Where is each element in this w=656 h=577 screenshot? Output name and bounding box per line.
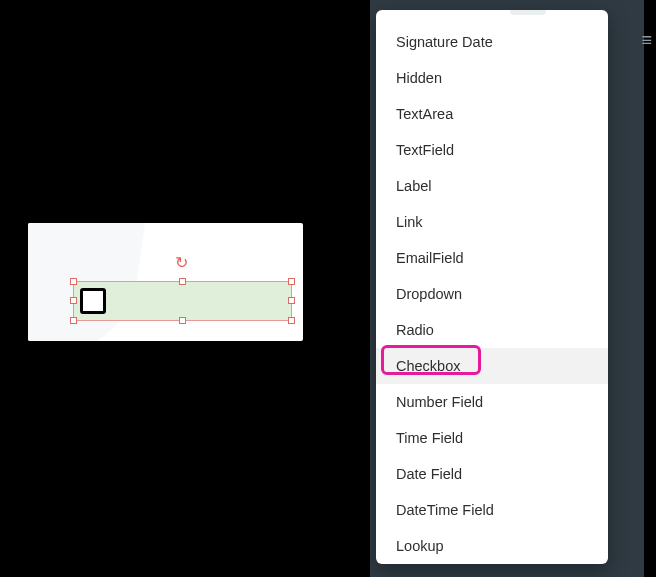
field-type-option[interactable]: DateTime Field [376, 492, 608, 528]
resize-handle-middle-left[interactable] [70, 297, 77, 304]
selected-checkbox-field[interactable]: ↻ [73, 281, 292, 321]
resize-handle-bottom-left[interactable] [70, 317, 77, 324]
resize-handle-top-middle[interactable] [179, 278, 186, 285]
field-type-option[interactable]: Checkbox [376, 348, 608, 384]
resize-handle-bottom-right[interactable] [288, 317, 295, 324]
field-type-option[interactable]: Hidden [376, 60, 608, 96]
field-type-option[interactable]: Date Field [376, 456, 608, 492]
field-type-option[interactable]: Number Field [376, 384, 608, 420]
field-type-option[interactable]: TextArea [376, 96, 608, 132]
field-type-option[interactable]: Label [376, 168, 608, 204]
resize-handle-top-right[interactable] [288, 278, 295, 285]
resize-handle-bottom-middle[interactable] [179, 317, 186, 324]
field-type-list: Signature DateHiddenTextAreaTextFieldLab… [376, 24, 608, 564]
field-type-option[interactable]: TextField [376, 132, 608, 168]
menu-icon[interactable]: ≡ [641, 30, 652, 51]
field-type-option[interactable]: Dropdown [376, 276, 608, 312]
checkbox-icon [80, 288, 106, 314]
field-type-option[interactable]: Radio [376, 312, 608, 348]
field-type-option[interactable]: Signature Date [376, 24, 608, 60]
field-type-option[interactable]: Time Field [376, 420, 608, 456]
properties-side-panel: ≡ D Signature DateHiddenTextAreaTextFiel… [370, 0, 644, 577]
resize-handle-middle-right[interactable] [288, 297, 295, 304]
canvas-preview[interactable]: ↻ [28, 223, 303, 341]
rotate-handle-icon[interactable]: ↻ [175, 255, 191, 271]
field-type-option[interactable]: Lookup [376, 528, 608, 564]
resize-handle-top-left[interactable] [70, 278, 77, 285]
field-type-option[interactable]: EmailField [376, 240, 608, 276]
field-type-option[interactable]: Link [376, 204, 608, 240]
field-type-dropdown[interactable]: Signature DateHiddenTextAreaTextFieldLab… [376, 10, 608, 564]
dropdown-notch [510, 10, 546, 15]
